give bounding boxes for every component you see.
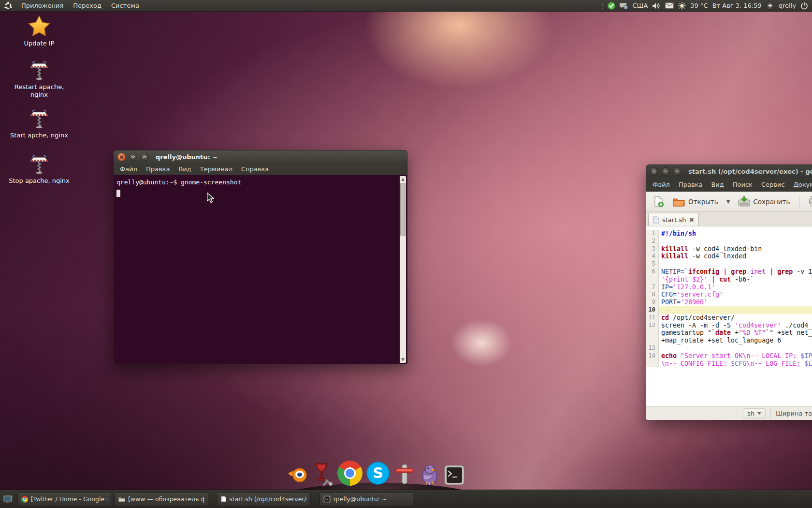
show-desktop-button[interactable] xyxy=(3,495,13,504)
desktop-icon-restart-apache[interactable]: Restart apache, nginx xyxy=(7,61,71,99)
terminal-prompt-line: qrelly@ubuntu:~$ gnome-screenshot xyxy=(114,175,407,189)
menu-edit[interactable]: Правка xyxy=(674,179,707,191)
code-row[interactable]: 4killall -w cod4_lnxded xyxy=(646,253,812,260)
code-row[interactable]: 8CFG='server.cfg' xyxy=(646,291,812,299)
chrome-icon[interactable] xyxy=(337,461,362,486)
maximize-button[interactable] xyxy=(673,167,682,176)
line-number: 5 xyxy=(646,260,659,268)
code-row[interactable]: 6NETIP=`ifconfig | grep inet | grep -v 1 xyxy=(646,268,812,276)
tab-start-sh[interactable]: start.sh ✖ xyxy=(648,213,699,226)
terminal-cursor xyxy=(116,190,120,197)
desktop-icon-start-apache[interactable]: Start apche, nginx xyxy=(7,109,71,139)
task-terminal[interactable]: qrelly@ubuntu: ~ xyxy=(319,493,413,506)
task-file-manager[interactable]: [www — обозреватель фа... xyxy=(115,493,208,506)
blender-icon[interactable] xyxy=(286,463,309,486)
tab-close-icon[interactable]: ✖ xyxy=(689,216,694,224)
scrollbar-thumb[interactable] xyxy=(400,183,406,236)
code-row[interactable]: 7IP='127.0.0.1' xyxy=(646,284,812,291)
menu-system[interactable]: Система xyxy=(106,0,144,11)
code-text: screen -A -m -d -S 'cod4server' ./cod4_ xyxy=(659,322,812,329)
weather-icon[interactable] xyxy=(678,2,686,10)
scroll-down-icon[interactable]: ▼ xyxy=(401,358,405,362)
code-row[interactable]: 11cd /opt/cod4server/ xyxy=(646,314,812,322)
terminal-scrollbar[interactable]: ▲ ▼ xyxy=(400,176,406,363)
temperature-indicator[interactable]: 39 °C xyxy=(690,2,708,9)
code-row[interactable]: 12screen -A -m -d -S 'cod4server' ./cod4… xyxy=(646,322,812,329)
code-row[interactable]: +map_rotate +set loc_language 6 xyxy=(646,337,812,344)
username-indicator[interactable]: qrelly xyxy=(779,2,796,9)
code-lines: 1#!/bin/sh23killall -w cod4_lnxded-bin4k… xyxy=(646,226,812,367)
menu-tools[interactable]: Сервис xyxy=(757,179,789,191)
skype-status-icon[interactable] xyxy=(608,2,615,10)
messaging-menu-icon[interactable] xyxy=(620,2,628,10)
task-chrome-twitter[interactable]: [Twitter / Home - Google Ch... xyxy=(17,493,111,506)
tab-width-label[interactable]: Ширина табуляции: 8 xyxy=(776,410,812,417)
code-row[interactable]: 5 xyxy=(646,260,812,268)
code-text: echo "Server start OK\n-- LOCAL IP: $IP xyxy=(659,352,812,360)
me-menu-icon[interactable] xyxy=(766,1,774,10)
menu-file[interactable]: Файл xyxy=(648,179,674,191)
scroll-up-icon[interactable]: ▲ xyxy=(401,177,405,181)
menu-search[interactable]: Поиск xyxy=(728,179,757,191)
package-installer-icon[interactable] xyxy=(393,463,416,486)
new-document-button[interactable] xyxy=(651,194,667,209)
code-row[interactable]: 10 xyxy=(646,306,812,314)
menu-documents[interactable]: Документы xyxy=(789,179,812,191)
minimize-button[interactable] xyxy=(129,153,137,161)
menu-edit[interactable]: Правка xyxy=(142,164,174,175)
ubuntu-logo-icon[interactable] xyxy=(0,1,16,10)
close-button[interactable] xyxy=(117,153,126,161)
wine-config-icon[interactable] xyxy=(312,463,334,486)
code-row[interactable]: 13 xyxy=(646,344,812,352)
code-text xyxy=(659,306,661,314)
code-text: #!/bin/sh xyxy=(659,230,696,238)
window-title: start.sh (/opt/cod4server/exec) - gedit xyxy=(688,168,812,175)
open-button[interactable]: Открыть xyxy=(670,195,721,209)
keyboard-layout-indicator[interactable]: США xyxy=(632,2,648,9)
terminal-output[interactable]: qrelly@ubuntu:~$ gnome-screenshot ▲ ▼ xyxy=(114,175,407,364)
code-row[interactable]: 14echo "Server start OK\n-- LOCAL IP: $I… xyxy=(646,352,812,360)
menu-view[interactable]: Вид xyxy=(707,179,728,191)
code-row[interactable]: gamestartup "`date +"%D %T"`" +set net_ xyxy=(646,329,812,337)
menu-places[interactable]: Переход xyxy=(68,0,106,11)
menu-terminal[interactable]: Терминал xyxy=(196,164,237,175)
menu-view[interactable]: Вид xyxy=(174,164,195,175)
gedit-titlebar[interactable]: start.sh (/opt/cod4server/exec) - gedit xyxy=(646,165,812,178)
menu-applications[interactable]: Приложения xyxy=(16,0,68,11)
code-text: '{print $2}' | cut -b6-` xyxy=(659,276,754,284)
menu-file[interactable]: Файл xyxy=(116,164,142,175)
print-button[interactable] xyxy=(806,194,812,209)
desktop-icon-update-ip[interactable]: Update IP xyxy=(7,15,71,47)
pidgin-icon[interactable] xyxy=(419,463,441,486)
close-button[interactable] xyxy=(650,167,658,176)
mail-icon[interactable] xyxy=(665,2,674,9)
top-panel: Приложения Переход Система США xyxy=(0,0,812,12)
save-button[interactable]: Сохранить xyxy=(736,194,792,209)
code-row[interactable]: 2 xyxy=(646,238,812,245)
terminal-dock-icon[interactable] xyxy=(444,464,465,486)
task-gedit[interactable]: start.sh (/opt/cod4server/ex... xyxy=(217,493,311,506)
skype-icon[interactable]: S xyxy=(365,461,391,486)
code-row[interactable]: 9PORT='28960' xyxy=(646,299,812,306)
menu-help[interactable]: Справка xyxy=(237,164,273,175)
code-row[interactable]: 3killall -w cod4_lnxded-bin xyxy=(646,245,812,253)
code-row[interactable]: \n-- CONFIG FILE: $CFG\n-- LOG FILE: $L xyxy=(646,360,812,368)
line-number: 14 xyxy=(646,352,659,360)
applet-handle[interactable] xyxy=(601,2,603,9)
task-label: qrelly@ubuntu: ~ xyxy=(334,495,387,503)
desktop-icon-stop-apache[interactable]: Stop apache, nginx xyxy=(7,155,71,185)
svg-text:S: S xyxy=(373,464,383,481)
minimize-button[interactable] xyxy=(662,167,670,176)
gedit-text-area[interactable]: 1#!/bin/sh23killall -w cod4_lnxded-bin4k… xyxy=(646,226,812,406)
power-icon[interactable] xyxy=(800,2,808,10)
maximize-button[interactable] xyxy=(141,153,149,161)
clock-indicator[interactable]: Вт Авг 3, 16:59 xyxy=(712,2,762,9)
tab-title: start.sh xyxy=(662,216,686,224)
open-dropdown-arrow[interactable]: ▼ xyxy=(725,199,732,204)
code-text: CFG='server.cfg' xyxy=(659,291,723,299)
code-row[interactable]: '{print $2}' | cut -b6-` xyxy=(646,276,812,284)
terminal-titlebar[interactable]: qrelly@ubuntu: ~ xyxy=(114,150,407,164)
language-selector[interactable]: sh xyxy=(743,408,766,418)
volume-icon[interactable] xyxy=(652,2,661,10)
code-row[interactable]: 1#!/bin/sh xyxy=(646,230,812,238)
